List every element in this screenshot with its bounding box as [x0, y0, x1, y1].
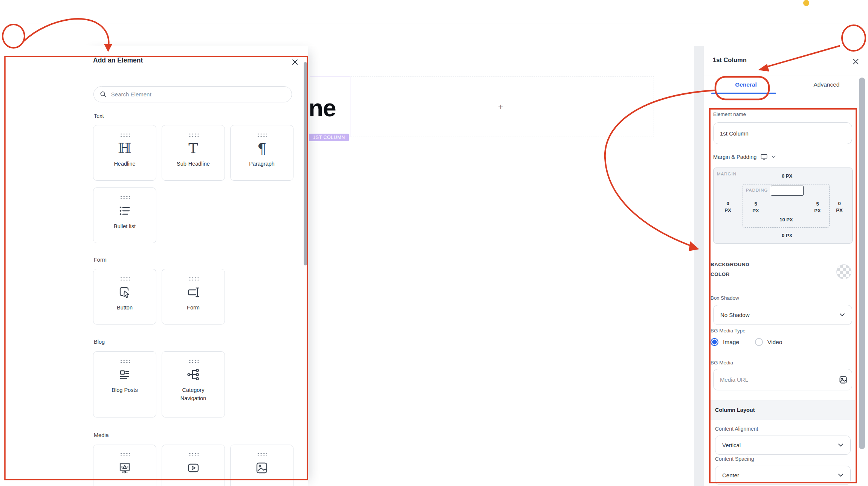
element-card-media-3[interactable] [230, 445, 293, 486]
margin-top-value[interactable]: 0 PX [774, 173, 800, 179]
chevron-down-icon [838, 443, 844, 447]
drag-dots-icon [188, 359, 199, 363]
margin-bottom-value[interactable]: 0 PX [774, 233, 800, 238]
category-label-text: Text [94, 113, 104, 119]
element-card-label: Blog Posts [112, 386, 138, 395]
element-card-button[interactable]: Button [93, 269, 156, 325]
unsaved-changes-badge [803, 0, 809, 6]
radio-selected-icon [711, 338, 718, 346]
inspector-scrollbar[interactable] [859, 78, 865, 449]
content-alignment-value: Vertical [722, 442, 741, 448]
close-icon [852, 58, 859, 65]
chevron-down-icon [839, 313, 845, 317]
column-layout-header: Column Layout [710, 400, 855, 420]
paragraph-icon: ¶ [257, 140, 266, 157]
element-card-label: Button [117, 304, 133, 312]
drag-dots-icon [119, 276, 130, 280]
element-card-bullet-list[interactable]: Bullet list [93, 187, 156, 243]
row-outline[interactable] [310, 76, 654, 137]
box-shadow-select[interactable]: No Shadow [713, 305, 852, 325]
element-card-label: Bullet list [114, 222, 136, 231]
background-color-label: BACKGROUND COLOR [711, 260, 767, 279]
content-spacing-label: Content Spacing [715, 456, 754, 462]
box-shadow-value: No Shadow [720, 312, 750, 318]
canvas-headline-text[interactable]: ne [309, 94, 336, 122]
bg-media-type-label: BG Media Type [711, 328, 746, 334]
margin-tag: MARGIN [717, 172, 737, 176]
panel-scrollbar[interactable] [304, 62, 307, 265]
element-card-sub-headline[interactable]: T Sub-Headline [162, 125, 225, 181]
value: 5 [811, 201, 824, 207]
padding-left-value[interactable]: 5 PX [750, 201, 762, 214]
value: 5 [750, 201, 762, 207]
image-icon [254, 459, 269, 477]
margin-padding-label: Margin & Padding [713, 154, 776, 160]
inspector-close-button[interactable] [851, 56, 860, 66]
element-card-label: Form [187, 304, 200, 312]
element-card-paragraph[interactable]: ¶ Paragraph [230, 125, 293, 181]
element-card-label: Sub-Headline [177, 160, 210, 168]
background-color-swatch[interactable] [836, 264, 851, 279]
radio-video[interactable]: Video [755, 338, 782, 346]
chevron-down-icon [772, 155, 776, 158]
box-shadow-label: Box Shadow [711, 295, 739, 301]
blog-posts-icon [118, 366, 132, 383]
content-alignment-label: Content Alignment [715, 426, 758, 432]
element-card-media-2[interactable] [162, 445, 225, 486]
drag-dots-icon [188, 133, 199, 137]
drag-dots-icon [119, 359, 130, 363]
image-icon [839, 375, 848, 384]
media-url-input[interactable] [714, 376, 834, 383]
search-input[interactable] [111, 91, 286, 98]
builder-sidebar [0, 46, 80, 486]
margin-padding-editor[interactable]: MARGIN 0 PX 0 PX 0 PX 0 PX PADDING 10 PX… [713, 168, 853, 244]
drag-dots-icon [119, 195, 130, 199]
sub-headline-icon: T [188, 140, 198, 157]
add-element-panel [80, 46, 308, 486]
margin-left-value[interactable]: 0 PX [722, 200, 734, 213]
radio-image[interactable]: Image [711, 338, 739, 346]
element-card-headline[interactable]: ℍ Headline [93, 125, 156, 181]
chevron-down-icon [838, 474, 844, 477]
button-icon [118, 283, 132, 301]
radio-unselected-icon [755, 338, 763, 346]
editor-toolbar [0, 23, 868, 46]
media-picker-button[interactable] [834, 369, 852, 390]
search-icon [100, 91, 107, 98]
radio-label: Video [767, 339, 782, 346]
headline-icon: ℍ [118, 140, 131, 157]
padding-bottom-value[interactable]: 10 PX [773, 217, 799, 222]
unit: PX [722, 207, 734, 214]
add-content-placeholder[interactable]: + [498, 102, 503, 112]
element-card-label: Paragraph [249, 160, 275, 168]
category-navigation-icon [186, 366, 200, 383]
element-card-category-navigation[interactable]: Category Navigation [162, 351, 225, 417]
element-search[interactable] [93, 86, 292, 102]
element-card-label: Headline [114, 160, 135, 168]
content-spacing-select[interactable]: Center [715, 466, 851, 485]
tab-advanced[interactable]: Advanced [789, 76, 864, 93]
tab-general[interactable]: General [708, 76, 784, 93]
add-element-panel-title: Add an Element [93, 56, 143, 64]
desktop-icon [760, 154, 768, 160]
value: 0 [722, 200, 734, 207]
unit: PX [750, 207, 762, 214]
unit: PX [833, 207, 845, 214]
close-panel-button[interactable] [290, 57, 300, 67]
element-card-media-1[interactable] [93, 445, 156, 486]
value: 0 [833, 200, 845, 207]
content-spacing-value: Center [722, 472, 739, 478]
element-card-label: Category Navigation [171, 386, 216, 403]
drag-dots-icon [257, 133, 267, 137]
element-card-form[interactable]: Form [162, 269, 225, 325]
element-name-input[interactable] [713, 122, 852, 144]
drag-dots-icon [257, 452, 267, 456]
drag-dots-icon [188, 452, 199, 456]
element-card-blog-posts[interactable]: Blog Posts [93, 351, 156, 417]
content-alignment-select[interactable]: Vertical [715, 436, 851, 455]
margin-right-value[interactable]: 0 PX [833, 200, 845, 213]
margin-padding-label-text: Margin & Padding [713, 154, 756, 160]
padding-right-value[interactable]: 5 PX [811, 201, 824, 214]
bg-media-url-field [713, 369, 852, 390]
form-icon [186, 283, 201, 301]
